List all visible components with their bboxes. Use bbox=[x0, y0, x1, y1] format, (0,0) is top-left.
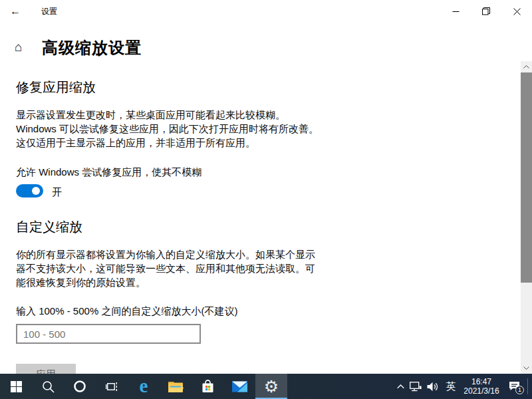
toggle-knob bbox=[32, 187, 40, 195]
toggle-state-label: 开 bbox=[52, 186, 62, 199]
custom-scaling-heading: 自定义缩放 bbox=[16, 218, 82, 236]
custom-scaling-description: 你的所有显示器都将设置为你输入的自定义缩放大小。如果某个显示器不支持该大小，这可… bbox=[16, 247, 321, 289]
chevron-up-icon bbox=[397, 384, 404, 389]
close-button[interactable] bbox=[501, 0, 532, 23]
speaker-icon bbox=[427, 382, 440, 392]
taskbar-settings-button[interactable]: ⚙ bbox=[255, 374, 287, 399]
minimize-icon bbox=[452, 8, 460, 15]
mail-icon bbox=[232, 381, 247, 392]
fix-scaling-heading: 修复应用缩放 bbox=[16, 78, 96, 96]
ime-language-label: 英 bbox=[446, 380, 456, 393]
taskbar-mail-button[interactable] bbox=[223, 374, 255, 399]
tray-network-icon[interactable] bbox=[407, 374, 424, 399]
clock-time: 16:47 bbox=[471, 377, 491, 386]
clock-date: 2021/3/16 bbox=[464, 386, 499, 396]
title-bar: ← 设置 bbox=[0, 0, 532, 23]
windows-start-icon bbox=[11, 381, 22, 392]
chevron-down-icon bbox=[523, 366, 529, 370]
gear-icon: ⚙ bbox=[264, 378, 279, 395]
scroll-up-button[interactable] bbox=[521, 61, 532, 72]
fix-scaling-toggle[interactable] bbox=[16, 184, 43, 198]
ethernet-icon bbox=[410, 382, 422, 392]
taskbar-start-button[interactable] bbox=[0, 374, 32, 399]
taskbar-search-button[interactable] bbox=[32, 374, 64, 399]
taskbar-store-button[interactable] bbox=[192, 374, 223, 399]
custom-scale-input[interactable] bbox=[16, 324, 201, 344]
fix-scaling-toggle-label: 允许 Windows 尝试修复应用，使其不模糊 bbox=[16, 166, 201, 179]
file-explorer-icon bbox=[168, 380, 184, 393]
tray-show-hidden-icons[interactable] bbox=[394, 374, 407, 399]
taskbar-edge-button[interactable]: e bbox=[128, 374, 160, 399]
store-icon bbox=[201, 380, 215, 393]
scroll-down-button[interactable] bbox=[521, 362, 532, 374]
restore-button[interactable] bbox=[471, 0, 501, 23]
notification-badge: 1 bbox=[515, 386, 524, 394]
taskbar-cortana-button[interactable] bbox=[64, 374, 96, 399]
taskbar-file-explorer-button[interactable] bbox=[160, 374, 192, 399]
settings-window: ← 设置 ⌂ 高级缩放设置 修复应用缩放 显示器设置发生更改时，某些桌面应用可能… bbox=[0, 0, 532, 399]
page-title: 高级缩放设置 bbox=[42, 37, 142, 59]
cortana-icon bbox=[73, 380, 86, 393]
system-tray: 英 16:47 2021/3/16 1 bbox=[394, 374, 532, 399]
taskbar-task-view-button[interactable] bbox=[96, 374, 128, 399]
home-icon: ⌂ bbox=[15, 40, 22, 55]
taskbar: e ⚙ 英 16:47 bbox=[0, 374, 532, 399]
restore-icon bbox=[482, 7, 490, 15]
show-desktop-button[interactable] bbox=[528, 374, 532, 399]
tray-volume-icon[interactable] bbox=[424, 374, 442, 399]
back-button[interactable]: ← bbox=[0, 0, 31, 23]
close-icon bbox=[513, 8, 521, 15]
tray-clock[interactable]: 16:47 2021/3/16 bbox=[460, 374, 503, 399]
vertical-scrollbar[interactable] bbox=[521, 61, 532, 374]
minimize-button[interactable] bbox=[440, 0, 471, 23]
edge-icon: e bbox=[140, 376, 148, 396]
custom-scale-input-label: 输入 100% - 500% 之间的自定义缩放大小(不建议) bbox=[16, 305, 237, 318]
tray-action-center[interactable]: 1 bbox=[503, 374, 526, 399]
fix-scaling-description: 显示器设置发生更改时，某些桌面应用可能看起来比较模糊。Windows 可以尝试修… bbox=[16, 108, 321, 150]
back-arrow-icon: ← bbox=[10, 5, 21, 17]
search-icon bbox=[42, 380, 55, 393]
tray-ime-indicator[interactable]: 英 bbox=[442, 374, 460, 399]
scrollbar-thumb[interactable] bbox=[521, 72, 532, 283]
window-title: 设置 bbox=[41, 0, 57, 23]
task-view-icon bbox=[106, 381, 118, 392]
chevron-up-icon bbox=[523, 65, 529, 68]
